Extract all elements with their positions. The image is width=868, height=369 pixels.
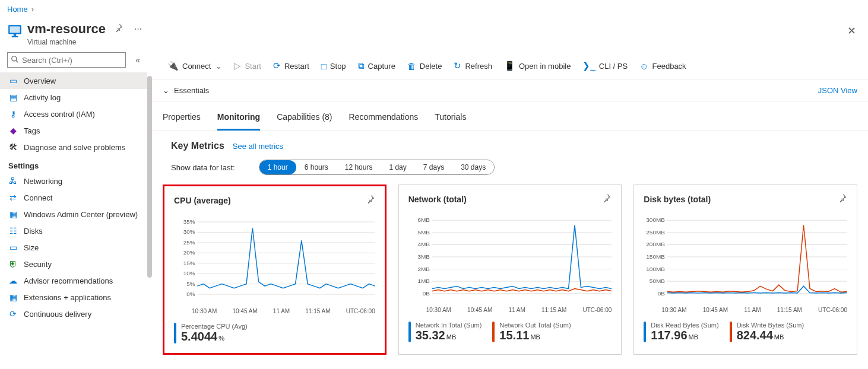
svg-text:30%: 30%: [183, 228, 195, 235]
toolbar-label: Restart: [284, 62, 309, 71]
json-view-link[interactable]: JSON View: [818, 86, 857, 95]
legend-color-bar: [644, 322, 646, 342]
sidebar-item-size[interactable]: ▭Size: [0, 239, 147, 256]
legend-item: Disk Write Bytes (Sum)824.44MB: [730, 322, 804, 342]
legend-label: Disk Read Bytes (Sum): [651, 322, 718, 329]
svg-text:50MB: 50MB: [650, 278, 665, 284]
sidebar-item-label: Overview: [24, 77, 56, 85]
time-pill-1d[interactable]: 1 day: [381, 160, 414, 174]
chart[interactable]: 0%5%10%15%20%25%30%35%: [176, 212, 375, 307]
sidebar-item-extensions[interactable]: ▦Extensions + applications: [0, 289, 147, 306]
capture-button[interactable]: ⧉Capture: [353, 57, 400, 75]
breadcrumb-home[interactable]: Home: [7, 5, 28, 14]
time-pill-7d[interactable]: 7 days: [415, 160, 452, 174]
key-metrics-heading: Key Metrics: [171, 141, 224, 151]
restart-button[interactable]: ⟳Restart: [268, 57, 314, 75]
sidebar-item-label: Advisor recommendations: [24, 276, 113, 285]
legend-item: Disk Read Bytes (Sum)117.96MB: [644, 322, 718, 342]
svg-text:10%: 10%: [183, 270, 195, 276]
time-pill-30d[interactable]: 30 days: [452, 160, 494, 174]
pin-chart-button[interactable]: [366, 195, 375, 206]
svg-text:300MB: 300MB: [647, 217, 666, 223]
chart-x-axis: 10:30 AM10:45 AM11 AM11:15 AMUTC-06:00: [408, 306, 612, 313]
chart[interactable]: 0B50MB100MB150MB200MB250MB300MB: [646, 211, 847, 306]
legend-value: 117.96MB: [651, 329, 718, 342]
sidebar-item-activity-log[interactable]: ▤Activity log: [0, 89, 147, 106]
sidebar-item-label: Networking: [24, 177, 62, 186]
log-icon: ▤: [8, 93, 18, 102]
metric-card: Disk bytes (total) 0B50MB100MB150MB200MB…: [633, 184, 857, 355]
toolbar-label: Delete: [420, 62, 442, 71]
refresh-button[interactable]: ↻Refresh: [449, 57, 497, 75]
sidebar-item-wac[interactable]: ▦Windows Admin Center (preview): [0, 206, 147, 222]
plug-icon: 🔌: [167, 61, 179, 71]
sidebar-item-connect[interactable]: ⇄Connect: [0, 189, 147, 206]
sidebar-item-label: Continuous delivery: [24, 310, 91, 319]
tab-monitoring[interactable]: Monitoring: [217, 107, 260, 131]
tabs: Properties Monitoring Capabilities (8) R…: [152, 101, 868, 131]
sidebar-item-networking[interactable]: 🖧Networking: [0, 173, 147, 189]
svg-text:6MB: 6MB: [417, 217, 430, 223]
tab-properties[interactable]: Properties: [163, 107, 201, 131]
stop-button[interactable]: □Stop: [316, 58, 351, 75]
svg-text:3MB: 3MB: [417, 253, 430, 260]
time-pill-1h[interactable]: 1 hour: [259, 160, 296, 174]
open-mobile-button[interactable]: 📱Open in mobile: [499, 57, 575, 75]
chart-x-axis: 10:30 AM10:45 AM11 AM11:15 AMUTC-06:00: [174, 307, 375, 314]
tab-recommendations[interactable]: Recommendations: [349, 107, 419, 131]
legend-item: Network Out Total (Sum)15.11MB: [492, 322, 571, 342]
pin-button[interactable]: [112, 21, 126, 37]
start-button[interactable]: ▷Start: [229, 57, 265, 75]
sidebar-item-diagnose[interactable]: 🛠Diagnose and solve problems: [0, 139, 147, 155]
toolbar-label: Stop: [330, 62, 346, 71]
toolbar-label: Feedback: [652, 62, 686, 71]
cli-button[interactable]: ❯_CLI / PS: [578, 57, 632, 75]
see-all-metrics-link[interactable]: See all metrics: [233, 142, 283, 151]
wrench-icon: 🛠: [8, 142, 18, 152]
tab-capabilities[interactable]: Capabilities (8): [277, 107, 332, 131]
connect-button[interactable]: 🔌Connect⌄: [163, 57, 227, 75]
monitor-icon: ▭: [8, 76, 18, 85]
sidebar-item-access-control[interactable]: ⚷Access control (IAM): [0, 106, 147, 122]
legend-color-bar: [492, 322, 495, 342]
essentials-label: Essentials: [174, 86, 209, 95]
sidebar-item-advisor[interactable]: ☁Advisor recommendations: [0, 272, 147, 289]
chart[interactable]: 0B1MB2MB3MB4MB5MB6MB: [411, 211, 612, 306]
time-range-row: Show data for last: 1 hour 6 hours 12 ho…: [152, 155, 868, 184]
legend-label: Percentage CPU (Avg): [181, 323, 248, 330]
chevron-down-icon: ⌄: [163, 86, 169, 95]
size-icon: ▭: [8, 243, 18, 252]
close-button[interactable]: ✕: [845, 22, 859, 40]
legend-value: 5.4044%: [181, 330, 248, 343]
sidebar-item-overview[interactable]: ▭Overview: [0, 72, 147, 89]
sidebar-item-disks[interactable]: ☷Disks: [0, 222, 147, 239]
essentials-row: ⌄ Essentials JSON View: [152, 80, 868, 101]
svg-text:15%: 15%: [183, 260, 195, 266]
sidebar-item-continuous-delivery[interactable]: ⟳Continuous delivery: [0, 306, 147, 322]
toolbar-label: Refresh: [465, 62, 492, 71]
essentials-toggle[interactable]: ⌄ Essentials: [163, 86, 209, 95]
tab-tutorials[interactable]: Tutorials: [435, 107, 466, 131]
legend-label: Disk Write Bytes (Sum): [737, 322, 804, 329]
search-input[interactable]: [7, 52, 126, 68]
terminal-icon: ❯_: [582, 61, 595, 71]
delete-button[interactable]: 🗑Delete: [403, 58, 447, 75]
pin-chart-button[interactable]: [838, 193, 847, 205]
sidebar-item-tags[interactable]: ◆Tags: [0, 122, 147, 139]
stop-icon: □: [321, 61, 327, 71]
tag-icon: ◆: [8, 126, 18, 135]
more-button[interactable]: ⋯: [132, 22, 144, 36]
sidebar-nav: ▭Overview ▤Activity log ⚷Access control …: [0, 72, 147, 357]
svg-text:0B: 0B: [422, 290, 430, 297]
sidebar-item-security[interactable]: ⛨Security: [0, 256, 147, 272]
sidebar-item-label: Access control (IAM): [24, 110, 95, 119]
legend-value: 15.11MB: [499, 329, 571, 342]
collapse-sidebar-button[interactable]: «: [135, 55, 140, 65]
time-pill-6h[interactable]: 6 hours: [296, 160, 337, 174]
time-pill-12h[interactable]: 12 hours: [337, 160, 381, 174]
delivery-icon: ⟳: [8, 309, 18, 319]
sidebar-heading-settings: Settings: [0, 155, 147, 173]
feedback-button[interactable]: ☺Feedback: [635, 58, 690, 75]
sidebar-scrollbar[interactable]: [147, 76, 152, 331]
pin-chart-button[interactable]: [602, 193, 612, 205]
